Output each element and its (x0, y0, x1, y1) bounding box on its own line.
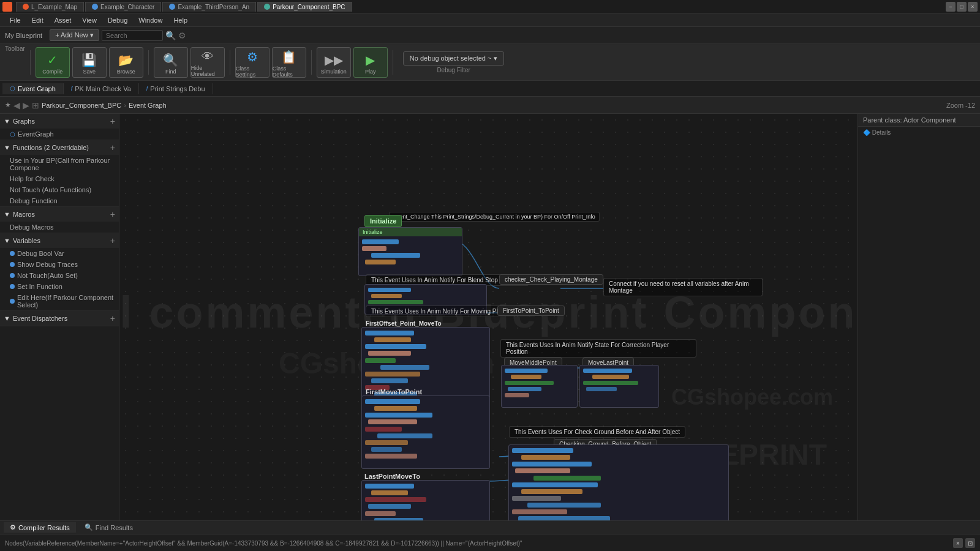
tab-compiler-results[interactable]: ⚙ Compiler Results (4, 522, 76, 533)
checker-event-node[interactable]: checker_Check_Playing_Montage (499, 274, 603, 285)
class-settings-button[interactable]: ⚙ Class Settings (235, 47, 270, 78)
menu-edit[interactable]: Edit (27, 15, 48, 25)
firstmove-label: FirstMoveToPoint (366, 388, 422, 395)
cg5 (533, 476, 601, 481)
anim-moving-comment: This Events Uses In Anim Notify For Movi… (366, 305, 515, 317)
tab-event-graph[interactable]: ⬡ Event Graph (2, 83, 64, 94)
functions-section: ▼ Functions (2 Overridable) + Use in You… (0, 140, 119, 207)
variables-header[interactable]: ▼ Variables + (0, 233, 119, 248)
maximize-button[interactable]: □ (957, 2, 967, 12)
bottom-bar: ⚙ Compiler Results 🔍 Find Results Nodes(… (0, 520, 980, 551)
lastpoint-group[interactable] (361, 480, 490, 520)
sidebar-item-use-in-bp[interactable]: Use in Your BP(Call from Parkour Compone (0, 155, 119, 173)
macros-add-button[interactable]: + (110, 209, 115, 219)
close-button[interactable]: × (968, 2, 978, 12)
cg4 (515, 468, 570, 473)
find-button[interactable]: 🔍 Find (154, 47, 188, 78)
tab-parkour-component[interactable]: Parkour_Component_BPC (257, 2, 352, 12)
check-ground-group[interactable] (508, 444, 729, 520)
event-dispatchers-add-button[interactable]: + (110, 313, 115, 323)
sidebar-item-edit-here[interactable]: Edit Here(If Parkour Component Select) (0, 292, 119, 310)
cw2 (371, 294, 402, 298)
sidebar-item-help-for-check[interactable]: Help for Check (0, 173, 119, 184)
debug-filter-label: Debug Filter (437, 67, 470, 73)
variables-arrow: ▼ (4, 237, 10, 244)
menu-window[interactable]: Window (134, 15, 167, 25)
cw3 (368, 300, 423, 304)
sidebar-item-debug-bool-var[interactable]: Debug Bool Var (0, 248, 119, 259)
simulation-icon: ▶▶ (325, 53, 343, 67)
minimize-button[interactable]: − (946, 2, 956, 12)
details-label[interactable]: 🔷 Details (858, 127, 980, 138)
functions-header[interactable]: ▼ Functions (2 Overridable) + (0, 140, 119, 155)
breadcrumb-component[interactable]: Parkour_Component_BPC (42, 102, 121, 109)
debug-filter-button[interactable]: No debug object selected ~ ▾ (403, 51, 505, 66)
toolbar-sep4 (311, 50, 312, 75)
tab-find-results[interactable]: 🔍 Find Results (78, 522, 139, 533)
fmv1 (365, 399, 420, 404)
tab-example-thirdperson[interactable]: Example_ThirdPerson_An (162, 2, 256, 12)
initialize-group[interactable]: Initialize (358, 227, 462, 276)
mm1 (505, 369, 548, 373)
menu-bar: File Edit Asset View Debug Window Help (0, 13, 980, 27)
status-bar: Nodes(VariableReference(MemberName=+"Act… (0, 534, 980, 551)
sidebar-item-set-in-function[interactable]: Set In Function (0, 281, 119, 292)
menu-help[interactable]: Help (168, 15, 192, 25)
graphs-header[interactable]: ▼ Graphs + (0, 114, 119, 129)
left-panel: ▼ Graphs + ⬡ EventGraph ▼ Functions (2 O… (0, 114, 119, 520)
nav-back-button[interactable]: ◀ (13, 100, 20, 110)
class-defaults-button[interactable]: 📋 Class Defaults (272, 47, 306, 78)
lp1 (365, 484, 414, 489)
movemiddle-group[interactable] (501, 365, 578, 408)
save-button[interactable]: 💾 Save (72, 47, 107, 78)
fmv9 (365, 454, 417, 459)
variables-add-button[interactable]: + (110, 236, 115, 246)
menu-debug[interactable]: Debug (103, 15, 132, 25)
debug-filter-area: No debug object selected ~ ▾ Debug Filte… (403, 51, 505, 73)
graph-canvas[interactable]: Full commented Blueprint Component BLUEP… (119, 114, 858, 520)
tab-l-example-map[interactable]: L_Example_Map (16, 2, 84, 12)
settings-small-icon[interactable]: ⚙ (178, 31, 186, 40)
lp5 (365, 511, 396, 516)
sidebar-item-debug-macros[interactable]: Debug Macros (0, 222, 119, 233)
tab-print-strings[interactable]: f Print Strings Debu (139, 83, 213, 94)
event-dispatchers-section: ▼ Event Dispatchers + (0, 311, 119, 326)
hide-unrelated-icon: 👁 (202, 50, 214, 64)
tab-pk-main[interactable]: f PK Main Check Va (64, 83, 139, 94)
menu-view[interactable]: View (77, 15, 102, 25)
variables-section: ▼ Variables + Debug Bool Var Show Debug … (0, 233, 119, 311)
compile-button[interactable]: ✓ Compile (36, 47, 70, 78)
breadcrumb-graph[interactable]: Event Graph (129, 102, 167, 109)
simulation-button[interactable]: ▶▶ Simulation (317, 47, 351, 78)
cg9 (527, 503, 601, 508)
sidebar-item-not-touch-auto-set[interactable]: Not Touch(Auto Set) (0, 270, 119, 281)
firsttopoint-event[interactable]: FirstToPoint_ToPoint (497, 305, 565, 316)
search-icon[interactable]: 🔍 (165, 31, 176, 40)
event-dispatchers-header[interactable]: ▼ Event Dispatchers + (0, 311, 119, 326)
sidebar-item-not-touch[interactable]: Not Touch (Auto Functions) (0, 184, 119, 195)
event-initialize-node[interactable]: Initialize (364, 215, 402, 227)
status-extra-button[interactable]: ⊡ (965, 538, 975, 548)
star-icon[interactable]: ★ (5, 101, 11, 109)
sidebar-item-show-debug-traces[interactable]: Show Debug Traces (0, 259, 119, 270)
movelast-group[interactable] (579, 365, 659, 408)
cg11 (518, 516, 610, 520)
tab-example-character[interactable]: Example_Character (85, 2, 161, 12)
play-button[interactable]: ▶ Play (353, 47, 388, 78)
macros-header[interactable]: ▼ Macros + (0, 207, 119, 222)
status-close-button[interactable]: × (953, 538, 963, 548)
functions-add-button[interactable]: + (110, 143, 115, 152)
add-new-button[interactable]: + Add New ▾ (50, 29, 99, 41)
sidebar-item-event-graph[interactable]: ⬡ EventGraph (0, 129, 119, 140)
menu-file[interactable]: File (5, 15, 26, 25)
event-change-comment: Event_Change This Print_Strings/Debug_Cu… (389, 212, 600, 222)
hide-unrelated-button[interactable]: 👁 Hide Unrelated (190, 47, 225, 78)
firstmove-group[interactable] (361, 395, 490, 469)
menu-asset[interactable]: Asset (50, 15, 77, 25)
sidebar-item-debug-function[interactable]: Debug Function (0, 195, 119, 206)
browse-button[interactable]: 📂 Browse (109, 47, 143, 78)
graphs-add-button[interactable]: + (110, 116, 115, 126)
check-ground-comment: This Events Uses For Check Ground Before… (509, 426, 685, 438)
search-input[interactable] (102, 30, 163, 41)
nav-forward-button[interactable]: ▶ (23, 100, 29, 110)
